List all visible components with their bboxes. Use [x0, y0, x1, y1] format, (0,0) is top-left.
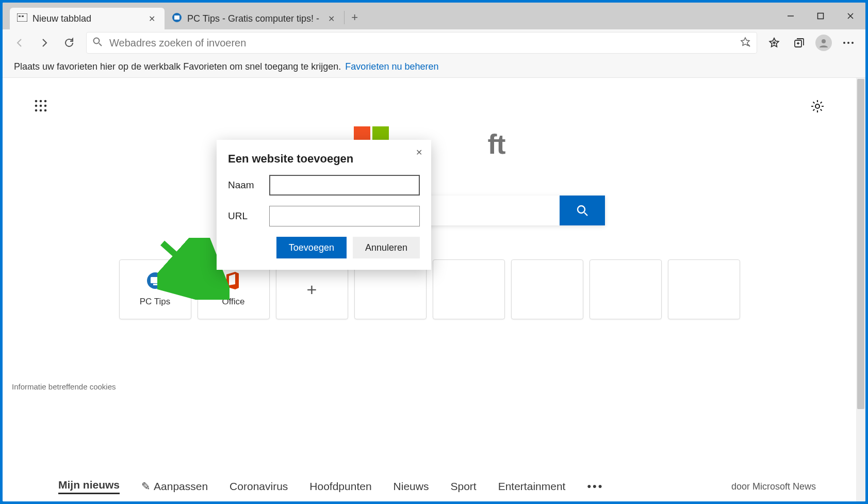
- forward-button[interactable]: [34, 32, 55, 54]
- favorite-star-icon[interactable]: [740, 37, 750, 49]
- tile-pctips[interactable]: PC Tips: [119, 259, 191, 319]
- svg-rect-0: [17, 13, 27, 22]
- svg-rect-6: [818, 13, 824, 19]
- news-tab-more[interactable]: •••: [587, 480, 603, 493]
- tile-blank[interactable]: [433, 259, 505, 319]
- news-tab-hoofdpunten[interactable]: Hoofdpunten: [309, 480, 371, 493]
- svg-point-22: [40, 100, 42, 103]
- scrollbar[interactable]: [856, 78, 865, 501]
- ntp-search-button[interactable]: [560, 196, 605, 225]
- pctips-icon: [146, 272, 164, 289]
- svg-point-19: [847, 42, 849, 44]
- svg-line-10: [99, 43, 102, 46]
- svg-point-30: [815, 104, 820, 108]
- maximize-button[interactable]: [806, 3, 836, 29]
- svg-point-9: [94, 38, 100, 44]
- profile-button[interactable]: [813, 32, 834, 54]
- content-area: ft PC Tips Office +: [3, 78, 865, 501]
- svg-line-32: [584, 213, 587, 216]
- title-bar: Nieuw tabblad ✕ PC Tips - Gratis compute…: [3, 3, 865, 29]
- office-icon: [225, 272, 242, 289]
- url-input[interactable]: [269, 206, 420, 226]
- news-tab-aanpassen[interactable]: ✎Aanpassen: [141, 480, 208, 493]
- add-button[interactable]: Toevoegen: [276, 237, 347, 258]
- news-tab-sport[interactable]: Sport: [450, 480, 476, 493]
- svg-point-20: [851, 42, 854, 44]
- news-tab-coronavirus[interactable]: Coronavirus: [230, 480, 288, 493]
- window-controls: [776, 3, 865, 29]
- cancel-button[interactable]: Annuleren: [353, 237, 420, 258]
- tab-favicon: [172, 12, 182, 25]
- favorites-bar: Plaats uw favorieten hier op de werkbalk…: [3, 56, 865, 78]
- add-website-modal: ✕ Een website toevoegen Naam URL Toevoeg…: [217, 140, 431, 270]
- name-label: Naam: [228, 180, 260, 191]
- tab-pctips[interactable]: PC Tips - Gratis computer tips! - ✕: [165, 8, 344, 29]
- logo-text-fragment: ft: [488, 128, 505, 160]
- plus-icon: +: [307, 280, 317, 300]
- svg-rect-34: [151, 277, 160, 283]
- close-window-button[interactable]: [836, 3, 865, 29]
- address-input[interactable]: [109, 37, 733, 49]
- tile-label: PC Tips: [140, 297, 171, 307]
- search-icon: [93, 37, 102, 48]
- menu-button[interactable]: [838, 32, 859, 54]
- news-by-text: door Microsoft News: [731, 481, 816, 492]
- svg-rect-2: [22, 15, 24, 17]
- svg-point-25: [40, 105, 42, 107]
- svg-point-31: [578, 206, 585, 213]
- svg-point-28: [40, 109, 42, 112]
- scrollbar-thumb[interactable]: [857, 79, 864, 409]
- name-input[interactable]: [269, 175, 420, 196]
- tabs-area: Nieuw tabblad ✕ PC Tips - Gratis compute…: [3, 3, 365, 29]
- minimize-button[interactable]: [776, 3, 806, 29]
- close-icon[interactable]: ✕: [145, 12, 158, 25]
- favorites-button[interactable]: [763, 32, 785, 54]
- tile-blank[interactable]: [668, 259, 740, 319]
- modal-close-button[interactable]: ✕: [413, 146, 425, 158]
- svg-point-17: [822, 39, 826, 43]
- svg-point-21: [35, 100, 38, 103]
- tile-label: Office: [222, 297, 244, 307]
- pencil-icon: ✎: [141, 480, 151, 492]
- back-button[interactable]: [9, 32, 30, 54]
- svg-point-26: [44, 105, 47, 107]
- svg-point-27: [35, 109, 38, 112]
- tab-label: Nieuw tabblad: [32, 13, 140, 24]
- cookies-info-link[interactable]: Informatie betreffende cookies: [12, 382, 116, 391]
- manage-favorites-link[interactable]: Favorieten nu beheren: [345, 61, 438, 72]
- gear-icon[interactable]: [810, 99, 825, 114]
- news-nav: Mijn nieuws ✎Aanpassen Coronavirus Hoofd…: [3, 479, 847, 494]
- toolbar: [3, 29, 865, 56]
- refresh-button[interactable]: [58, 32, 80, 54]
- collections-button[interactable]: [788, 32, 810, 54]
- news-tab-entertainment[interactable]: Entertainment: [498, 480, 566, 493]
- news-tab-nieuws[interactable]: Nieuws: [394, 480, 429, 493]
- tab-new[interactable]: Nieuw tabblad ✕: [10, 8, 165, 29]
- tile-blank[interactable]: [589, 259, 662, 319]
- svg-point-29: [44, 109, 47, 112]
- svg-point-23: [44, 100, 47, 103]
- tab-icon: [17, 13, 27, 24]
- close-icon[interactable]: ✕: [324, 12, 338, 25]
- svg-rect-1: [19, 15, 21, 17]
- news-tab-mijn-nieuws[interactable]: Mijn nieuws: [58, 479, 120, 494]
- modal-title: Een website toevoegen: [228, 152, 420, 166]
- favorites-bar-text: Plaats uw favorieten hier op de werkbalk…: [14, 61, 341, 72]
- svg-point-18: [843, 42, 845, 44]
- tab-label: PC Tips - Gratis computer tips! -: [187, 13, 319, 24]
- svg-rect-35: [153, 284, 157, 285]
- apps-grid-icon[interactable]: [34, 99, 48, 113]
- url-label: URL: [228, 210, 260, 222]
- svg-point-24: [35, 105, 38, 107]
- tile-blank[interactable]: [511, 259, 583, 319]
- address-bar[interactable]: [86, 32, 757, 54]
- new-tab-button[interactable]: +: [344, 11, 365, 24]
- svg-rect-4: [174, 15, 179, 20]
